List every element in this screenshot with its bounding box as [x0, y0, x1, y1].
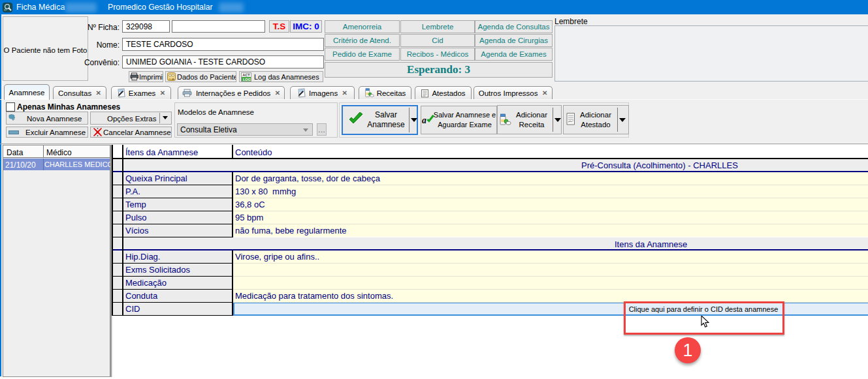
svg-text:a: a [422, 115, 426, 125]
svg-text:LOG: LOG [243, 77, 251, 81]
svg-text:ACT: ACT [242, 73, 250, 77]
